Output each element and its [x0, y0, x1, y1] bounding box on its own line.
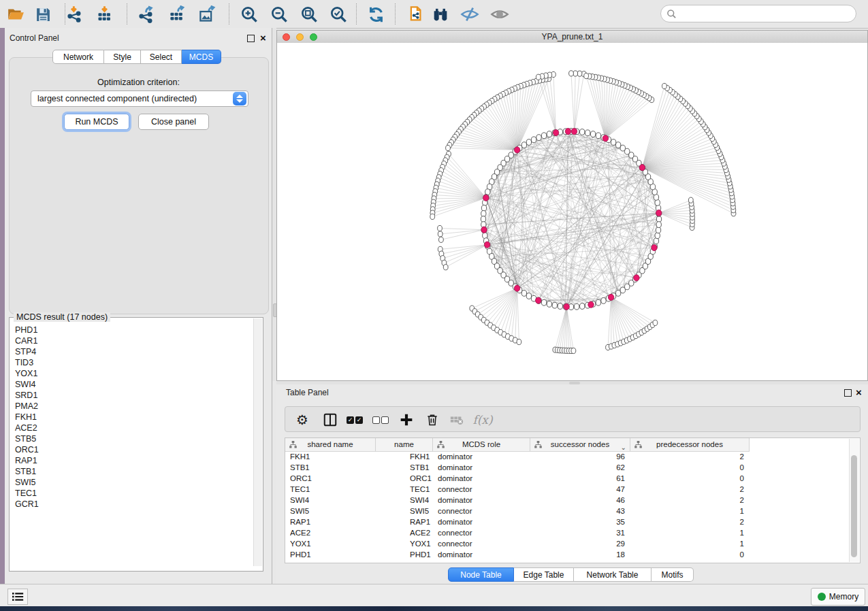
table-row[interactable]: ORC1ORC1dominator610: [285, 473, 850, 484]
table-cell: STB1: [290, 462, 372, 473]
mcds-result-title: MCDS result (17 nodes): [14, 312, 110, 322]
list-item[interactable]: SRD1: [10, 390, 253, 401]
find-binoculars-icon[interactable]: [431, 5, 450, 24]
tab-mcds[interactable]: MCDS: [182, 50, 221, 64]
table-row[interactable]: PHD1PHD1dominator180: [285, 549, 850, 560]
table-scrollbar[interactable]: [849, 439, 859, 562]
list-item[interactable]: TID3: [10, 357, 253, 368]
list-item[interactable]: GCR1: [10, 499, 253, 510]
table-row[interactable]: SWI5SWI5connector431: [285, 506, 850, 516]
settings-gear-icon[interactable]: ⚙: [293, 410, 312, 429]
select-all-icon[interactable]: ✓✓: [345, 410, 364, 429]
show-all-eye-icon[interactable]: [490, 5, 509, 24]
hierarchy-icon: [634, 441, 642, 448]
hide-selected-eye-icon[interactable]: [460, 5, 479, 24]
tab-select[interactable]: Select: [141, 50, 182, 64]
memory-button[interactable]: Memory: [811, 588, 865, 606]
list-item[interactable]: CAR1: [10, 335, 253, 346]
zoom-fit-icon[interactable]: [300, 5, 319, 24]
tab-network[interactable]: Network: [52, 50, 104, 64]
network-window-titlebar[interactable]: YPA_prune.txt_1: [277, 31, 867, 44]
network-graph[interactable]: [277, 43, 867, 380]
table-cell: dominator: [438, 451, 526, 462]
list-item[interactable]: PHD1: [10, 325, 253, 335]
column-header-mcds-role[interactable]: MCDS role: [433, 438, 530, 451]
table-cell: dominator: [438, 473, 526, 484]
table-cell: connector: [438, 484, 526, 495]
zoom-in-icon[interactable]: [240, 5, 259, 24]
list-item[interactable]: TEC1: [10, 488, 253, 499]
criterion-dropdown[interactable]: largest connected component (undirected): [31, 90, 248, 107]
table-cell: 29: [530, 538, 625, 549]
table-header: shared name name MCDS role successor nod…: [285, 438, 750, 452]
save-icon[interactable]: [33, 5, 52, 24]
export-table-icon[interactable]: [167, 5, 187, 24]
close-panel-button[interactable]: Close panel: [138, 114, 209, 130]
node-table: shared name name MCDS role successor nod…: [285, 437, 861, 563]
table-cell: connector: [438, 538, 526, 549]
mcds-result-group: MCDS result (17 nodes) PHD1CAR1STP4TID3Y…: [9, 317, 263, 572]
column-header-name[interactable]: name: [376, 438, 433, 451]
table-row[interactable]: ACE2ACE2connector311: [285, 527, 850, 538]
open-folder-icon[interactable]: [6, 5, 25, 24]
table-cell: 2: [630, 495, 744, 506]
table-row[interactable]: YOX1YOX1connector291: [285, 538, 850, 549]
table-panel-tabs: Node Table Edge Table Network Table Moti…: [448, 567, 694, 582]
list-item[interactable]: SWI4: [10, 379, 253, 390]
float-panel-icon[interactable]: [247, 35, 255, 42]
table-row[interactable]: TEC1TEC1connector472: [285, 484, 850, 495]
show-column-icon[interactable]: [321, 410, 340, 429]
scrollbar-thumb[interactable]: [851, 455, 857, 557]
refresh-icon[interactable]: [366, 5, 385, 24]
tab-edge-table[interactable]: Edge Table: [514, 567, 574, 582]
column-header-successor-nodes[interactable]: successor nodes ⌄: [530, 438, 630, 451]
column-header-shared-name[interactable]: shared name: [285, 438, 376, 451]
mcds-result-list[interactable]: PHD1CAR1STP4TID3YOX1SWI4SRD1PMA2FKH1ACE2…: [10, 325, 253, 566]
import-network-icon[interactable]: [65, 5, 84, 24]
list-item[interactable]: ACE2: [10, 423, 253, 433]
zoom-selected-icon[interactable]: [329, 5, 348, 24]
list-item[interactable]: STB1: [10, 466, 253, 477]
tab-style[interactable]: Style: [104, 50, 141, 64]
column-header-predecessor-nodes[interactable]: predecessor nodes: [630, 438, 750, 451]
list-item[interactable]: SWI5: [10, 477, 253, 488]
hierarchy-icon: [437, 441, 445, 448]
list-item[interactable]: RAP1: [10, 455, 253, 466]
delete-column-icon[interactable]: [423, 410, 442, 429]
export-image-icon[interactable]: [197, 5, 216, 24]
close-panel-icon[interactable]: ×: [856, 389, 862, 396]
delete-table-icon[interactable]: [447, 410, 466, 429]
import-table-icon[interactable]: [95, 5, 114, 24]
show-panels-list-button[interactable]: [7, 589, 28, 605]
list-item[interactable]: STB5: [10, 433, 253, 444]
clone-network-icon[interactable]: [405, 5, 424, 24]
table-row[interactable]: SWI4SWI4dominator462: [285, 495, 850, 506]
search-field[interactable]: [677, 8, 836, 19]
table-row[interactable]: STB1STB1dominator620: [285, 462, 850, 473]
list-item[interactable]: PMA2: [10, 401, 253, 412]
tab-network-table[interactable]: Network Table: [574, 567, 652, 582]
table-row[interactable]: RAP1RAP1dominator352: [285, 516, 850, 527]
tab-motifs[interactable]: Motifs: [652, 567, 694, 582]
list-item[interactable]: FKH1: [10, 412, 253, 423]
float-panel-icon[interactable]: [844, 389, 852, 397]
deselect-all-icon[interactable]: [371, 410, 390, 429]
function-builder-icon[interactable]: f(x): [473, 410, 492, 429]
mcds-list-scrollbar[interactable]: [253, 318, 262, 566]
zoom-out-icon[interactable]: [270, 5, 289, 24]
export-network-icon[interactable]: [136, 5, 155, 24]
table-body: FKH1FKH1dominator962STB1STB1dominator620…: [285, 451, 850, 562]
search-input[interactable]: [660, 5, 856, 22]
dropdown-stepper-icon: [233, 92, 246, 105]
list-item[interactable]: ORC1: [10, 444, 253, 455]
list-item[interactable]: YOX1: [10, 368, 253, 379]
splitter-grip[interactable]: [569, 382, 580, 384]
table-row[interactable]: FKH1FKH1dominator962: [285, 451, 850, 462]
close-panel-icon[interactable]: ×: [260, 34, 266, 42]
add-column-icon[interactable]: [397, 410, 416, 429]
list-item[interactable]: STP4: [10, 346, 253, 357]
table-cell: 62: [530, 462, 625, 473]
network-canvas[interactable]: [277, 43, 867, 380]
run-mcds-button[interactable]: Run MCDS: [64, 114, 129, 130]
tab-node-table[interactable]: Node Table: [448, 567, 514, 582]
